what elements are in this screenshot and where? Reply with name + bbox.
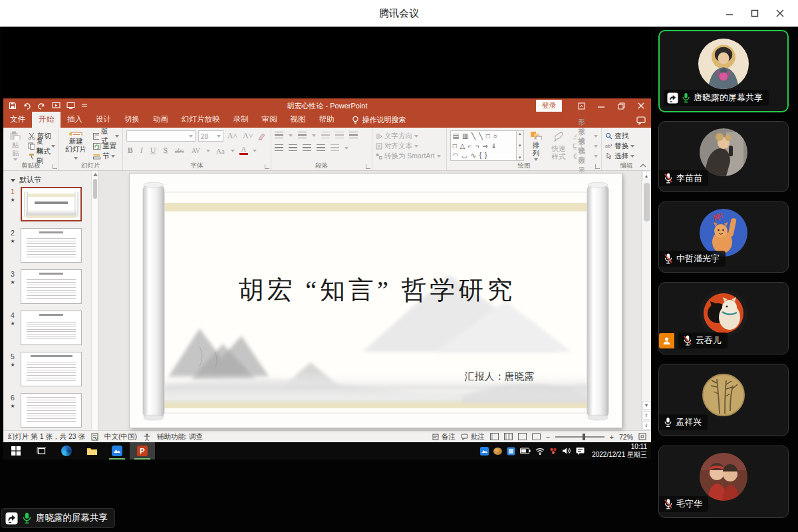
clipboard-dialog-launcher[interactable] — [53, 164, 57, 169]
increase-indent-button[interactable] — [335, 132, 344, 139]
tray-doc-icon[interactable] — [507, 447, 515, 456]
format-painter-button[interactable]: 格式刷 — [28, 151, 55, 161]
participant-tile[interactable]: 毛守华 — [658, 446, 789, 518]
italic-button[interactable]: I — [139, 146, 144, 156]
qat-customize-icon[interactable] — [81, 102, 88, 109]
accessibility-status[interactable]: 辅助功能: 调查 — [157, 432, 203, 442]
character-spacing-button[interactable]: AV — [190, 147, 201, 154]
paragraph-dialog-launcher[interactable] — [366, 164, 370, 169]
scrollbar-thumb[interactable] — [93, 179, 97, 199]
paste-button[interactable]: 粘贴 — [7, 130, 25, 162]
drawing-dialog-launcher[interactable] — [595, 164, 600, 169]
underline-button[interactable]: U — [149, 146, 158, 156]
slide-sorter-view-button[interactable] — [504, 433, 513, 440]
tray-app-icon[interactable] — [493, 448, 502, 455]
change-case-button[interactable]: Aa — [215, 147, 226, 155]
tab-animations[interactable]: 动画 — [146, 112, 175, 128]
font-color-button[interactable]: A — [239, 146, 248, 156]
battery-icon[interactable] — [520, 448, 531, 454]
volume-icon[interactable] — [562, 447, 571, 455]
tab-review[interactable]: 审阅 — [255, 112, 284, 128]
zoom-slider-thumb[interactable] — [583, 434, 585, 440]
participant-tile[interactable]: 李苗苗 — [658, 121, 789, 192]
spellcheck-icon[interactable] — [91, 433, 98, 441]
monitor-icon[interactable] — [66, 102, 75, 110]
wifi-icon[interactable] — [535, 448, 545, 455]
login-button[interactable]: 登录 — [536, 100, 562, 112]
text-shadow-button[interactable]: S — [162, 146, 169, 156]
slide-thumbnail-5[interactable] — [21, 352, 82, 386]
slide-thumbnail-4[interactable] — [21, 311, 82, 345]
numbering-button[interactable] — [298, 132, 307, 139]
strikethrough-button[interactable]: abc — [174, 147, 186, 154]
ppt-restore-button[interactable] — [611, 98, 631, 113]
align-text-button[interactable]: 对齐文本 — [376, 141, 441, 151]
maximize-button[interactable] — [742, 0, 767, 27]
tencent-meeting-taskbar-icon[interactable] — [104, 442, 130, 460]
start-button[interactable] — [3, 442, 29, 460]
bold-button[interactable]: B — [126, 146, 134, 156]
ppt-close-button[interactable] — [631, 98, 651, 113]
arrange-button[interactable]: 排列 — [527, 130, 545, 162]
decrease-indent-button[interactable] — [321, 132, 330, 139]
minimize-button[interactable] — [717, 0, 742, 27]
scroll-up-icon[interactable] — [92, 171, 98, 178]
comments-button[interactable] — [636, 116, 646, 125]
font-size-combo[interactable]: 28 — [198, 130, 223, 142]
security-tray-icon[interactable] — [549, 447, 557, 455]
tab-view[interactable]: 视图 — [284, 112, 313, 128]
comments-toggle[interactable]: 批注 — [461, 432, 485, 442]
tab-record[interactable]: 录制 — [227, 112, 255, 128]
align-left-button[interactable] — [275, 144, 283, 152]
zoom-in-button[interactable]: + — [610, 433, 614, 441]
section-header[interactable]: 默认节 — [3, 171, 98, 188]
shrink-font-button[interactable]: A˅ — [241, 131, 254, 141]
font-name-combo[interactable] — [126, 130, 196, 142]
task-view-button[interactable] — [29, 442, 54, 460]
language-status[interactable]: 中文(中国) — [104, 432, 137, 442]
powerpoint-taskbar-icon[interactable]: P — [130, 442, 155, 460]
font-dialog-launcher[interactable] — [265, 164, 269, 169]
scroll-up-button[interactable]: ▲ — [642, 172, 651, 180]
participant-tile[interactable]: 冲! 中哲潘光宇 — [658, 201, 789, 273]
bullets-button[interactable] — [275, 132, 283, 139]
shape-gallery-scroll[interactable]: ▲▼▼ — [517, 130, 524, 161]
tab-home[interactable]: 开始 — [32, 112, 61, 128]
tab-insert[interactable]: 插入 — [61, 112, 89, 128]
taskbar-clock[interactable]: 10:11 2022/12/21 星期三 — [592, 443, 647, 460]
slide-thumbnail-1[interactable] — [21, 187, 82, 221]
shape-effects-button[interactable]: 形状效果 — [573, 151, 598, 161]
participant-tile-sharer[interactable]: 唐晓露的屏幕共享 — [658, 30, 789, 112]
undo-icon[interactable] — [23, 102, 32, 110]
select-button[interactable]: 选择 — [605, 151, 634, 161]
zoom-level[interactable]: 72% — [619, 433, 633, 441]
ppt-minimize-button[interactable] — [591, 98, 611, 113]
section-button[interactable]: 节 — [93, 151, 119, 161]
shape-gallery[interactable]: ▤ ▥ ╲ ╲ □ ○ □ △ ⌐ ¬ ⇒ ⇓ ◠ ◡ ∿ { } ▲▼▼ — [450, 130, 524, 162]
convert-smartart-button[interactable]: 转换为 SmartArt — [376, 151, 441, 161]
text-direction-button[interactable]: 文字方向 — [376, 131, 441, 141]
thumbnail-scrollbar[interactable] — [91, 171, 98, 430]
scrollbar-thumb[interactable] — [644, 183, 650, 221]
edge-browser-icon[interactable] — [54, 442, 79, 460]
reading-view-button[interactable] — [518, 433, 527, 440]
file-explorer-icon[interactable] — [79, 442, 104, 460]
fit-slide-icon[interactable] — [638, 433, 646, 440]
new-slide-button[interactable]: 新建幻灯片 — [63, 130, 90, 162]
align-right-button[interactable] — [303, 144, 311, 152]
slideshow-view-button[interactable] — [532, 433, 541, 440]
zoom-out-button[interactable]: − — [546, 433, 550, 441]
find-button[interactable]: 查找 — [605, 131, 634, 141]
slideshow-icon[interactable] — [52, 102, 61, 110]
zoom-slider[interactable] — [555, 436, 604, 438]
quick-styles-button[interactable]: 快速样式 — [548, 130, 570, 162]
tab-help[interactable]: 帮助 — [313, 112, 341, 128]
tab-slideshow[interactable]: 幻灯片放映 — [175, 112, 227, 128]
tell-me-search[interactable]: 操作说明搜索 — [352, 115, 406, 128]
notification-icon[interactable] — [576, 447, 585, 455]
redo-icon[interactable] — [38, 102, 46, 110]
slide-thumbnail-3[interactable] — [21, 269, 82, 304]
notes-toggle[interactable]: 备注 — [432, 432, 456, 442]
close-button[interactable] — [767, 0, 793, 27]
tab-file[interactable]: 文件 — [3, 112, 32, 128]
